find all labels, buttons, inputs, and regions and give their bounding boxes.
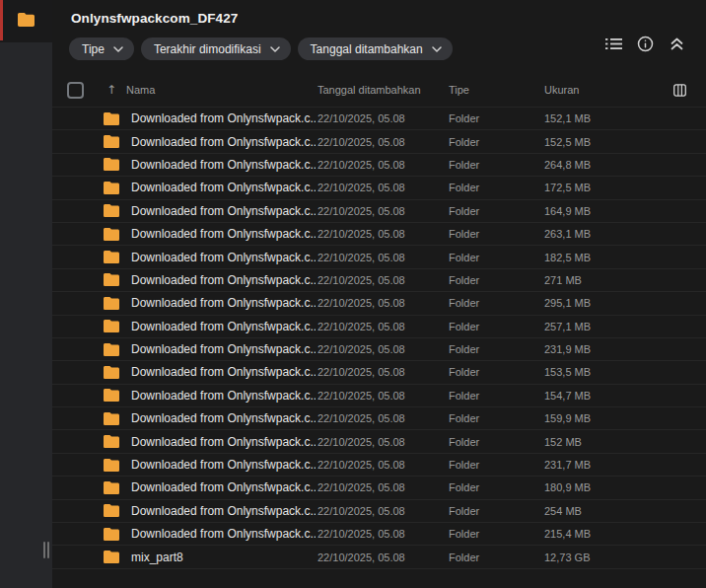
file-type: Folder [447, 274, 542, 286]
file-name: Downloaded from Onlynsfwpack.c... [131, 273, 316, 287]
folder-icon [104, 135, 119, 148]
filter-chip-last-modified[interactable]: Terakhir dimodifikasi [141, 37, 291, 60]
table-row[interactable]: mix_part8 22/10/2025, 05.08 Folder 12,73… [52, 546, 706, 568]
file-date-added: 22/10/2025, 05.08 [316, 390, 447, 402]
table-row[interactable]: Downloaded from Onlynsfwpack.c... 22/10/… [52, 246, 706, 268]
row-name-cell: Downloaded from Onlynsfwpack.c... [99, 527, 316, 541]
file-type: Folder [447, 297, 542, 309]
row-name-cell: Downloaded from Onlynsfwpack.c... [99, 320, 316, 333]
file-size: 172,5 MB [542, 182, 651, 193]
table-row[interactable]: Downloaded from Onlynsfwpack.c... 22/10/… [52, 200, 706, 223]
file-type: Folder [447, 390, 542, 402]
file-type: Folder [447, 436, 542, 448]
file-date-added: 22/10/2025, 05.08 [316, 481, 447, 493]
row-name-cell: Downloaded from Onlynsfwpack.c... [99, 480, 316, 494]
file-date-added: 22/10/2025, 05.08 [316, 112, 447, 124]
file-date-added: 22/10/2025, 05.08 [316, 205, 447, 217]
table-row[interactable]: Downloaded from Onlynsfwpack.c... 22/10/… [52, 361, 706, 384]
row-name-cell: mix_part8 [99, 551, 316, 564]
file-name: Downloaded from Onlynsfwpack.c... [131, 365, 316, 379]
file-type: Folder [447, 228, 542, 240]
filter-chip-label: Tanggal ditambahkan [311, 42, 423, 56]
folder-icon [104, 551, 119, 563]
table-row[interactable]: Downloaded from Onlynsfwpack.c... 22/10/… [52, 177, 706, 199]
file-name: Downloaded from Onlynsfwpack.c... [131, 204, 316, 218]
row-name-cell: Downloaded from Onlynsfwpack.c... [99, 296, 316, 310]
table-row[interactable]: Downloaded from Onlynsfwpack.c... 22/10/… [52, 500, 706, 523]
row-name-cell: Downloaded from Onlynsfwpack.c... [99, 204, 316, 218]
folder-icon [104, 320, 119, 332]
file-size: 159,9 MB [542, 412, 651, 424]
folder-icon [104, 343, 119, 356]
file-date-added: 22/10/2025, 05.08 [316, 274, 447, 286]
file-name: Downloaded from Onlynsfwpack.c... [131, 111, 316, 125]
file-size: 152,5 MB [542, 136, 651, 148]
sidebar [0, 0, 52, 588]
table-row[interactable]: Downloaded from Onlynsfwpack.c... 22/10/… [52, 269, 706, 292]
row-name-cell: Downloaded from Onlynsfwpack.c... [99, 227, 316, 241]
sort-ascending-icon: ↑ [106, 83, 116, 97]
file-name: Downloaded from Onlynsfwpack.c... [131, 480, 316, 494]
column-header-size[interactable]: Ukuran [542, 84, 651, 96]
file-name: Downloaded from Onlynsfwpack.c... [131, 504, 316, 518]
folder-icon [104, 251, 119, 263]
column-settings-icon[interactable] [673, 84, 686, 97]
info-icon[interactable] [637, 36, 654, 52]
file-name: Downloaded from Onlynsfwpack.c... [131, 135, 316, 149]
file-size: 154,7 MB [542, 390, 651, 402]
list-view-icon[interactable] [605, 36, 622, 52]
folder-icon [104, 412, 119, 425]
file-size: 180,9 MB [542, 481, 651, 493]
file-name: Downloaded from Onlynsfwpack.c... [131, 296, 316, 310]
folder-icon [104, 528, 119, 541]
table-row[interactable]: Downloaded from Onlynsfwpack.c... 22/10/… [52, 338, 706, 361]
row-name-cell: Downloaded from Onlynsfwpack.c... [99, 273, 316, 287]
file-size: 152,1 MB [542, 112, 651, 124]
column-header-date-added[interactable]: Tanggal ditambahkan [316, 84, 447, 96]
folder-icon [104, 366, 119, 379]
folder-icon [104, 435, 119, 448]
table-row[interactable]: Downloaded from Onlynsfwpack.c... 22/10/… [52, 108, 706, 130]
table-row[interactable]: Downloaded from Onlynsfwpack.c... 22/10/… [52, 407, 706, 430]
column-header-name[interactable]: ↑ Nama [99, 83, 316, 97]
select-all-checkbox[interactable] [67, 82, 84, 99]
collapse-icon[interactable] [669, 36, 685, 52]
file-size: 153,5 MB [542, 366, 651, 378]
table-row[interactable]: Downloaded from Onlynsfwpack.c... 22/10/… [52, 430, 706, 453]
table-row[interactable]: Downloaded from Onlynsfwpack.c... 22/10/… [52, 316, 706, 338]
column-header-type[interactable]: Tipe [447, 84, 542, 96]
file-name: Downloaded from Onlynsfwpack.c... [131, 342, 316, 356]
main-panel: Onlynsfwpackcom_DF427 Tipe Terakhir dimo… [52, 0, 706, 588]
folder-icon [104, 459, 119, 472]
file-date-added: 22/10/2025, 05.08 [316, 182, 447, 193]
filter-chip-date-added[interactable]: Tanggal ditambahkan [298, 37, 453, 60]
file-size: 182,5 MB [542, 252, 651, 263]
table-row[interactable]: Downloaded from Onlynsfwpack.c... 22/10/… [52, 454, 706, 477]
sidebar-item-current-folder[interactable] [0, 0, 52, 42]
file-size: 271 MB [542, 274, 651, 286]
table-row[interactable]: Downloaded from Onlynsfwpack.c... 22/10/… [52, 292, 706, 315]
table-row[interactable]: Downloaded from Onlynsfwpack.c... 22/10/… [52, 523, 706, 546]
file-size: 152 MB [542, 436, 651, 448]
table-row[interactable]: Downloaded from Onlynsfwpack.c... 22/10/… [52, 477, 706, 499]
row-name-cell: Downloaded from Onlynsfwpack.c... [99, 389, 316, 403]
row-name-cell: Downloaded from Onlynsfwpack.c... [99, 365, 316, 379]
file-date-added: 22/10/2025, 05.08 [316, 228, 447, 240]
chevron-down-icon [432, 46, 442, 52]
titlebar: Onlynsfwpackcom_DF427 [52, 0, 706, 27]
row-name-cell: Downloaded from Onlynsfwpack.c... [99, 411, 316, 425]
folder-icon [104, 389, 119, 402]
folder-icon [104, 158, 119, 171]
table-row[interactable]: Downloaded from Onlynsfwpack.c... 22/10/… [52, 154, 706, 177]
filter-chip-type[interactable]: Tipe [69, 37, 134, 60]
table-row[interactable]: Downloaded from Onlynsfwpack.c... 22/10/… [52, 223, 706, 246]
folder-icon [18, 13, 35, 31]
sidebar-resize-handle[interactable] [43, 542, 49, 558]
filter-chip-label: Terakhir dimodifikasi [154, 42, 261, 56]
file-type: Folder [447, 459, 542, 471]
table-row[interactable]: Downloaded from Onlynsfwpack.c... 22/10/… [52, 385, 706, 407]
folder-icon [104, 297, 119, 310]
file-date-added: 22/10/2025, 05.08 [316, 505, 447, 517]
toolbar-icons [605, 36, 685, 52]
table-row[interactable]: Downloaded from Onlynsfwpack.c... 22/10/… [52, 130, 706, 153]
